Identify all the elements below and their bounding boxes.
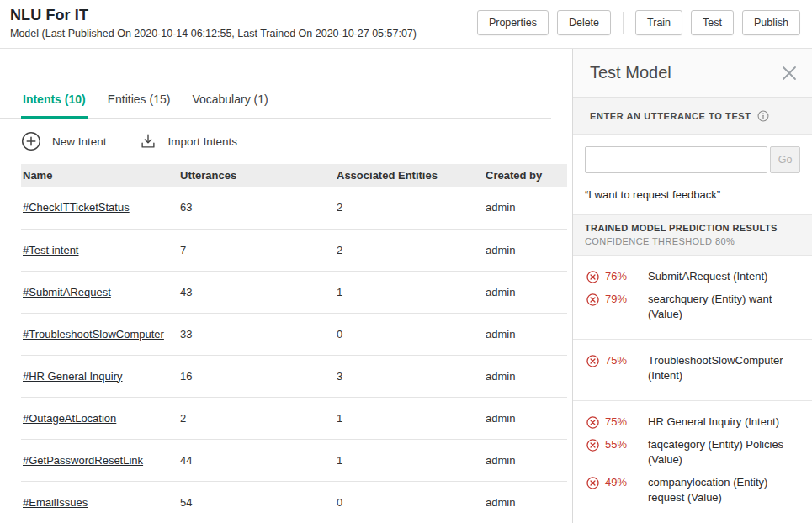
prediction-result-item: 55% faqcategory (Entity) Policies (Value…	[573, 437, 812, 468]
tab-intents[interactable]: Intents (10)	[21, 91, 88, 119]
entities-count: 2	[335, 187, 484, 229]
column-header-created-by: Created by	[484, 164, 567, 187]
intent-link[interactable]: #HR General Inquiry	[23, 370, 123, 383]
test-model-panel: Test Model ENTER AN UTTERANCE TO TEST Go…	[572, 49, 812, 523]
prediction-results-title: TRAINED MODEL PREDICTION RESULTS	[585, 223, 800, 233]
utterance-label: ENTER AN UTTERANCE TO TEST	[590, 111, 751, 121]
prediction-label: searchquery (Entity) want (Value)	[648, 292, 802, 322]
created-by-value: admin	[484, 271, 567, 313]
entities-count: 1	[335, 271, 484, 313]
go-button[interactable]: Go	[770, 146, 800, 173]
confidence-percent: 55%	[605, 437, 634, 452]
utterances-count: 44	[178, 439, 335, 481]
header-actions: Properties Delete Train Test Publish	[469, 10, 800, 35]
prediction-result-item: 75% HR General Inquiry (Intent)	[573, 415, 812, 430]
prediction-result-group: 75% TroubleshootSlowComputer (Intent)	[573, 340, 812, 401]
intent-link[interactable]: #TroubleshootSlowComputer	[23, 328, 164, 341]
intents-content: Intents (10) Entities (15) Vocabulary (1…	[0, 49, 572, 523]
intent-link[interactable]: #EmailIssues	[23, 496, 88, 509]
utterance-input[interactable]	[585, 146, 767, 173]
utterances-count: 7	[178, 229, 335, 271]
confidence-percent: 76%	[605, 269, 634, 284]
created-by-value: admin	[484, 229, 567, 271]
entities-count: 3	[335, 355, 484, 397]
tested-utterance-text: “I want to request feedback”	[573, 182, 812, 214]
column-header-utterances: Utterances	[178, 164, 335, 187]
table-row: #CheckITTicketStatus 63 2 admin	[21, 187, 567, 229]
error-circle-icon	[586, 439, 599, 452]
intent-link[interactable]: #Test intent	[23, 244, 79, 256]
confidence-percent: 75%	[605, 415, 634, 430]
app-root: NLU For IT Model (Last Published On 2020…	[0, 0, 812, 523]
utterance-input-row: Go	[573, 135, 812, 182]
info-icon[interactable]	[757, 110, 769, 122]
tab-bar: Intents (10) Entities (15) Vocabulary (1…	[0, 91, 551, 119]
intents-toolbar: New Intent Import Intents	[0, 119, 572, 164]
confidence-threshold-label: CONFIDENCE THRESHOLD 80%	[585, 236, 800, 246]
created-by-value: admin	[484, 439, 567, 481]
utterances-count: 43	[178, 271, 335, 313]
prediction-result-group: 76% SubmitARequest (Intent) 79% searchqu…	[573, 256, 812, 340]
test-panel-header: Test Model	[573, 49, 812, 98]
import-intents-button[interactable]: Import Intents	[139, 132, 238, 151]
confidence-percent: 75%	[605, 353, 634, 368]
created-by-value: admin	[484, 355, 567, 397]
utterances-count: 16	[178, 355, 335, 397]
created-by-value: admin	[484, 397, 567, 439]
intent-link[interactable]: #SubmitARequest	[23, 286, 111, 298]
properties-button[interactable]: Properties	[477, 10, 549, 35]
table-row: #GetPasswordResetLink 44 1 admin	[21, 439, 567, 481]
utterances-count: 63	[178, 187, 335, 229]
created-by-value: admin	[484, 313, 567, 355]
prediction-result-group: 75% HR General Inquiry (Intent) 55% faqc…	[573, 401, 812, 522]
prediction-label: companylocation (Entity) request (Value)	[648, 475, 802, 505]
button-group-divider	[623, 12, 624, 34]
header-left: NLU For IT Model (Last Published On 2020…	[10, 7, 417, 40]
intent-link[interactable]: #OutageAtLocation	[23, 412, 116, 425]
prediction-result-item: 79% searchquery (Entity) want (Value)	[573, 292, 812, 322]
train-button[interactable]: Train	[635, 10, 682, 35]
table-row: #SubmitARequest 43 1 admin	[21, 271, 567, 313]
prediction-results-header: TRAINED MODEL PREDICTION RESULTS CONFIDE…	[573, 214, 812, 256]
main-area: Intents (10) Entities (15) Vocabulary (1…	[0, 49, 812, 523]
new-intent-label: New Intent	[52, 135, 107, 148]
prediction-label: SubmitARequest (Intent)	[648, 269, 802, 284]
new-intent-button[interactable]: New Intent	[21, 131, 107, 151]
error-circle-icon	[586, 477, 599, 489]
prediction-label: TroubleshootSlowComputer (Intent)	[648, 353, 802, 383]
prediction-results-list: 76% SubmitARequest (Intent) 79% searchqu…	[573, 256, 812, 522]
model-subtitle: Model (Last Published On 2020-10-14 06:1…	[10, 28, 417, 40]
plus-circle-icon	[21, 131, 41, 151]
close-icon[interactable]	[780, 64, 799, 82]
utterances-count: 33	[178, 313, 335, 355]
prediction-result-item: 49% companylocation (Entity) request (Va…	[573, 475, 812, 505]
import-intents-label: Import Intents	[168, 135, 238, 148]
utterances-count: 2	[178, 397, 335, 439]
intent-link[interactable]: #CheckITTicketStatus	[23, 201, 130, 214]
prediction-label: HR General Inquiry (Intent)	[648, 415, 802, 430]
error-circle-icon	[586, 355, 599, 367]
prediction-label: faqcategory (Entity) Policies (Value)	[648, 437, 802, 468]
page-title: NLU For IT	[10, 7, 417, 24]
tab-entities[interactable]: Entities (15)	[106, 91, 172, 118]
tab-vocabulary[interactable]: Vocabulary (1)	[190, 91, 269, 118]
test-button[interactable]: Test	[691, 10, 734, 35]
intent-link[interactable]: #GetPasswordResetLink	[23, 454, 143, 467]
column-header-associated-entities: Associated Entities	[335, 164, 484, 187]
error-circle-icon	[586, 293, 599, 306]
table-header-row: Name Utterances Associated Entities Crea…	[21, 164, 567, 187]
created-by-value: admin	[484, 481, 567, 523]
publish-button[interactable]: Publish	[742, 10, 800, 35]
delete-button[interactable]: Delete	[557, 10, 611, 35]
table-row: #OutageAtLocation 2 1 admin	[21, 397, 567, 439]
prediction-result-item: 75% TroubleshootSlowComputer (Intent)	[573, 353, 812, 383]
created-by-value: admin	[484, 187, 567, 229]
column-header-name: Name	[21, 164, 178, 187]
test-panel-title: Test Model	[590, 63, 671, 82]
confidence-percent: 49%	[605, 475, 634, 490]
entities-count: 0	[335, 313, 484, 355]
table-row: #HR General Inquiry 16 3 admin	[21, 355, 567, 397]
table-row: #Test intent 7 2 admin	[21, 229, 567, 271]
page-header: NLU For IT Model (Last Published On 2020…	[0, 0, 812, 49]
entities-count: 1	[335, 397, 484, 439]
